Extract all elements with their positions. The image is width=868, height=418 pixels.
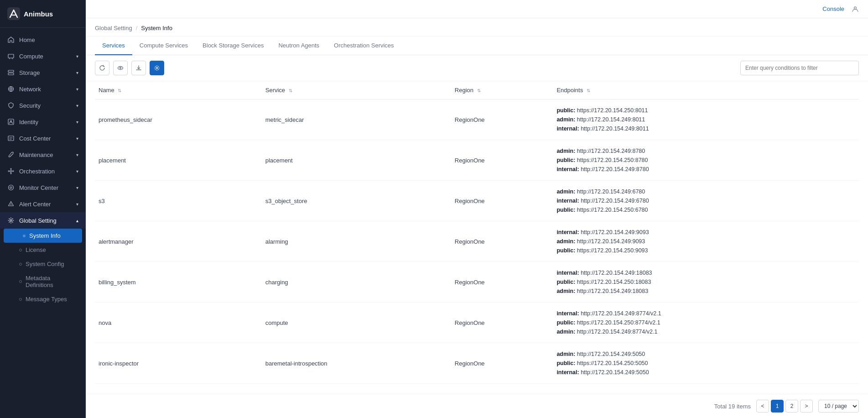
- home-icon: [7, 36, 15, 43]
- sidebar-item-maintenance[interactable]: Maintenance ▾: [0, 146, 86, 163]
- cell-endpoints: internal: http://172.20.154.249:9093admi…: [553, 221, 859, 262]
- monitor-icon: [7, 184, 15, 191]
- sidebar-sub-message-types[interactable]: Message Types: [0, 292, 86, 306]
- cell-endpoints: internal: http://172.20.154.249:18083pub…: [553, 262, 859, 303]
- filter-input[interactable]: [740, 61, 859, 75]
- tab-neutron-agents[interactable]: Neutron Agents: [271, 37, 327, 55]
- cost-icon: [7, 135, 15, 142]
- svg-rect-7: [8, 136, 14, 141]
- cell-region: RegionOne: [451, 262, 553, 303]
- sidebar-item-home-label: Home: [19, 37, 35, 43]
- endpoint-type: admin:: [556, 351, 575, 357]
- sidebar-item-cost-center-label: Cost Center: [19, 135, 51, 142]
- alert-icon: [7, 200, 15, 208]
- sidebar-item-network[interactable]: Network ▾: [0, 81, 86, 97]
- identity-icon: [7, 118, 15, 125]
- svg-point-6: [10, 120, 12, 122]
- pagination-page-1[interactable]: 1: [771, 400, 784, 413]
- endpoint-entry: admin: http://172.20.154.249:6780: [556, 187, 855, 196]
- orchestration-chevron: ▾: [76, 169, 78, 174]
- page-size-select[interactable]: 10 / page: [818, 400, 859, 413]
- download-button[interactable]: [131, 61, 146, 75]
- endpoint-type: internal:: [556, 125, 579, 132]
- table-row: prometheus_sidecarmetric_sidecarRegionOn…: [95, 99, 859, 140]
- svg-point-20: [11, 205, 11, 205]
- settings-button[interactable]: [150, 61, 164, 75]
- cell-service: charging: [262, 262, 451, 303]
- sidebar: Animbus Home Compute ▾ Storage ▾: [0, 0, 86, 418]
- cell-name: prometheus_sidecar: [95, 99, 262, 140]
- pagination-page-2[interactable]: 2: [785, 400, 798, 413]
- logo: Animbus: [0, 0, 86, 28]
- sidebar-item-global-setting[interactable]: Global Setting ▴: [0, 212, 86, 229]
- tab-compute-services[interactable]: Compute Services: [132, 37, 195, 55]
- endpoint-entry: public: https://172.20.154.250:6780: [556, 205, 855, 214]
- col-endpoints: Endpoints ⇅: [553, 81, 859, 99]
- sidebar-sub-metadata-definitions[interactable]: Metadata Definitions: [0, 271, 86, 292]
- sidebar-item-monitor-center[interactable]: Monitor Center ▾: [0, 179, 86, 196]
- storage-icon: [7, 69, 15, 76]
- sidebar-item-security[interactable]: Security ▾: [0, 97, 86, 114]
- svg-rect-0: [7, 7, 20, 20]
- cell-service: s3_object_store: [262, 181, 451, 221]
- console-link[interactable]: Console: [822, 5, 844, 12]
- refresh-button[interactable]: [95, 61, 109, 75]
- sidebar-item-identity[interactable]: Identity ▾: [0, 114, 86, 130]
- table-row: novacomputeRegionOneinternal: http://172…: [95, 303, 859, 343]
- sort-service-icon[interactable]: ⇅: [289, 88, 292, 93]
- pagination-prev[interactable]: <: [756, 400, 769, 413]
- sidebar-sub-system-info[interactable]: System Info: [4, 229, 82, 243]
- cost-center-chevron: ▾: [76, 136, 78, 141]
- sidebar-item-orchestration-label: Orchestration: [19, 168, 55, 175]
- topbar: Console: [86, 0, 868, 18]
- main-area: Console Global Setting / System Info Ser…: [86, 0, 868, 418]
- sort-endpoints-icon[interactable]: ⇅: [587, 88, 590, 93]
- sidebar-item-cost-center[interactable]: Cost Center ▾: [0, 130, 86, 146]
- sidebar-item-alert-center[interactable]: Alert Center ▾: [0, 196, 86, 212]
- endpoint-entry: admin: http://172.20.154.249:9093: [556, 237, 855, 246]
- cell-endpoints: public: https://172.20.154.250:8011admin…: [553, 99, 859, 140]
- pagination-next[interactable]: >: [800, 400, 813, 413]
- sidebar-item-orchestration[interactable]: Orchestration ▾: [0, 163, 86, 179]
- view-button[interactable]: [113, 61, 128, 75]
- breadcrumb-parent[interactable]: Global Setting: [95, 25, 132, 31]
- sidebar-item-home[interactable]: Home: [0, 31, 86, 48]
- system-info-dot: [23, 235, 26, 237]
- svg-point-11: [8, 171, 9, 172]
- system-config-dot: [19, 263, 22, 266]
- sidebar-sub-system-config[interactable]: System Config: [0, 257, 86, 271]
- toolbar: [86, 55, 868, 81]
- cell-region: RegionOne: [451, 221, 553, 262]
- security-chevron: ▾: [76, 103, 78, 108]
- sidebar-sub-system-info-label: System Info: [29, 232, 61, 239]
- monitor-center-chevron: ▾: [76, 185, 78, 190]
- sidebar-item-storage[interactable]: Storage ▾: [0, 64, 86, 81]
- endpoint-type: public:: [556, 157, 575, 163]
- endpoint-entry: public: https://172.20.154.250:8780: [556, 156, 855, 165]
- security-icon: [7, 102, 15, 109]
- svg-point-10: [10, 173, 11, 174]
- svg-point-21: [10, 219, 12, 221]
- endpoint-entry: public: https://172.20.154.250:18083: [556, 277, 855, 287]
- endpoint-type: admin:: [556, 329, 575, 335]
- tab-block-storage-services[interactable]: Block Storage Services: [195, 37, 271, 55]
- metadata-dot: [19, 280, 22, 283]
- endpoint-entry: public: https://172.20.154.250:5050: [556, 359, 855, 368]
- user-icon[interactable]: [852, 5, 859, 13]
- tab-orchestration-services[interactable]: Orchestration Services: [327, 37, 401, 55]
- message-types-dot: [19, 298, 22, 301]
- sort-name-icon[interactable]: ⇅: [118, 88, 121, 93]
- endpoint-entry: internal: http://172.20.154.249:9093: [556, 228, 855, 237]
- sidebar-item-compute[interactable]: Compute ▾: [0, 48, 86, 64]
- sort-region-icon[interactable]: ⇅: [477, 88, 481, 93]
- cell-region: RegionOne: [451, 343, 553, 384]
- tab-services[interactable]: Services: [95, 37, 132, 55]
- sidebar-sub-message-types-label: Message Types: [26, 296, 67, 303]
- sidebar-sub-license[interactable]: License: [0, 243, 86, 257]
- cell-endpoints: admin: http://172.20.154.249:5050public:…: [553, 343, 859, 384]
- endpoint-entry: admin: http://172.20.154.249:8774/v2.1: [556, 327, 855, 336]
- svg-point-9: [10, 168, 11, 169]
- cell-endpoints: internal: http://172.20.154.249:8774/v2.…: [553, 303, 859, 343]
- cell-service: baremetal-introspection: [262, 343, 451, 384]
- table-row: ironic-inspectorbaremetal-introspectionR…: [95, 343, 859, 384]
